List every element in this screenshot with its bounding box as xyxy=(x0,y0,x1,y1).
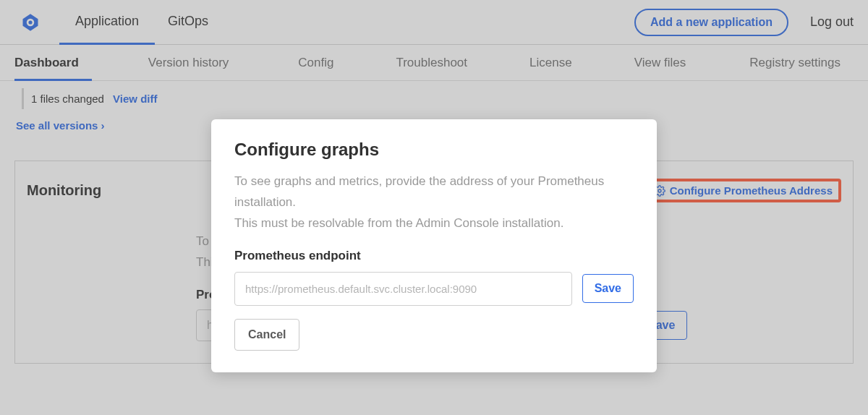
modal-description-2: This must be resolvable from the Admin C… xyxy=(234,213,634,234)
modal-title: Configure graphs xyxy=(234,140,634,160)
modal-description-1: To see graphs and metrics, provide the a… xyxy=(234,171,634,213)
modal-field-label: Prometheus endpoint xyxy=(234,249,634,263)
save-button[interactable]: Save xyxy=(582,274,634,303)
configure-graphs-modal: Configure graphs To see graphs and metri… xyxy=(211,119,657,372)
prometheus-endpoint-input[interactable] xyxy=(234,272,572,306)
modal-overlay: Configure graphs To see graphs and metri… xyxy=(0,0,868,415)
cancel-button[interactable]: Cancel xyxy=(234,319,299,351)
